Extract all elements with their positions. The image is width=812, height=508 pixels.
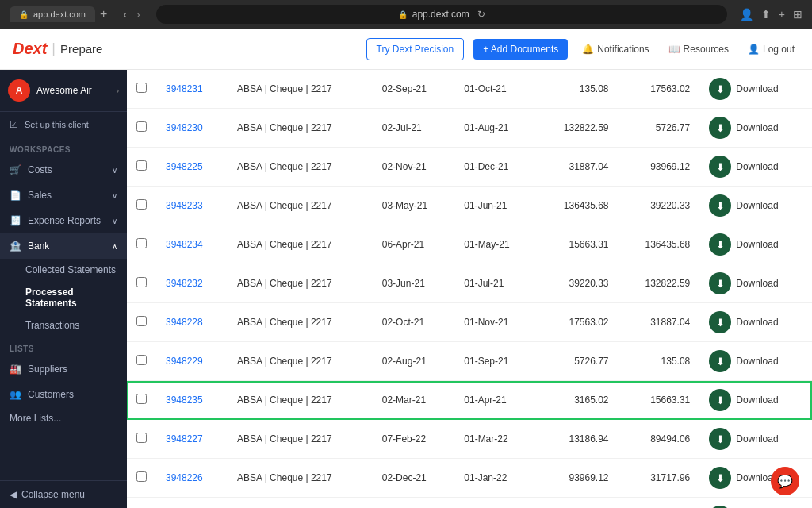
- download-button[interactable]: ⬇ Download: [709, 156, 778, 178]
- download-button[interactable]: ⬇ Download: [709, 233, 778, 256]
- row-id[interactable]: 3948231: [156, 70, 228, 109]
- row-checkbox[interactable]: [136, 355, 147, 365]
- row-checkbox-cell[interactable]: [127, 303, 156, 342]
- sidebar-item-collected-statements[interactable]: Collected Statements: [0, 259, 127, 281]
- sidebar-item-costs[interactable]: 🛒 Costs ∨: [0, 157, 127, 183]
- browser-navigation: ‹ ›: [120, 6, 143, 22]
- sidebar-item-setup[interactable]: ☑ Set up this client: [0, 112, 127, 137]
- logo-divider: |: [52, 40, 56, 57]
- download-button[interactable]: ⬇ Download: [709, 272, 778, 294]
- row-id[interactable]: 3948229: [156, 342, 228, 381]
- back-button[interactable]: ‹: [120, 6, 130, 22]
- sidebar-item-expense-reports[interactable]: 🧾 Expense Reports ∨: [0, 208, 127, 233]
- sidebar-spacer: [0, 429, 127, 480]
- address-bar[interactable]: 🔒 app.dext.com ↻: [156, 5, 727, 24]
- row-checkbox[interactable]: [136, 277, 147, 287]
- download-button[interactable]: ⬇ Download: [709, 78, 778, 100]
- client-selector[interactable]: A Awesome Air ›: [0, 70, 127, 112]
- row-date-from: 02-Sep-21: [373, 70, 455, 109]
- row-checkbox[interactable]: [136, 394, 147, 404]
- new-tab-plus-icon[interactable]: +: [779, 8, 785, 21]
- tab-favicon: 🔒: [19, 10, 29, 19]
- forward-button[interactable]: ›: [133, 6, 144, 22]
- row-id[interactable]: 3948226: [156, 459, 228, 498]
- row-bank: ABSA | Cheque | 2217: [228, 187, 373, 225]
- row-checkbox[interactable]: [136, 433, 147, 443]
- row-checkbox-cell[interactable]: [127, 498, 156, 509]
- collapse-label: Collapse menu: [21, 489, 85, 500]
- row-bank: ABSA | Cheque | 2217: [228, 264, 373, 303]
- row-bank: ABSA | Cheque | 2217: [228, 303, 373, 342]
- row-bank: ABSA | Cheque | 2217: [228, 498, 373, 509]
- grid-icon[interactable]: ⊞: [793, 8, 802, 21]
- row-checkbox[interactable]: [136, 160, 147, 171]
- row-download-cell: ⬇ Download: [699, 498, 812, 509]
- expense-label: Expense Reports: [28, 215, 101, 226]
- row-date-from: 06-Apr-21: [373, 225, 455, 264]
- download-button[interactable]: ⬇ Download: [709, 467, 778, 489]
- row-id[interactable]: 3948232: [156, 264, 228, 303]
- row-checkbox-cell[interactable]: [127, 109, 156, 148]
- row-checkbox-cell[interactable]: [127, 187, 156, 225]
- row-checkbox-cell[interactable]: [127, 148, 156, 187]
- row-checkbox-cell[interactable]: [127, 70, 156, 109]
- download-button[interactable]: ⬇ Download: [709, 428, 778, 450]
- row-checkbox-cell[interactable]: [127, 342, 156, 381]
- share-icon[interactable]: ⬆: [761, 8, 771, 21]
- collapse-menu-button[interactable]: ◀ Collapse menu: [0, 480, 127, 508]
- main-layout: A Awesome Air › ☑ Set up this client WOR…: [0, 70, 812, 508]
- costs-icon: 🛒: [10, 164, 21, 175]
- new-tab-button[interactable]: +: [100, 7, 107, 21]
- row-checkbox-cell[interactable]: [127, 420, 156, 459]
- row-checkbox[interactable]: [136, 316, 147, 326]
- add-documents-button[interactable]: + Add Documents: [473, 39, 568, 60]
- row-bank: ABSA | Cheque | 2217: [228, 381, 373, 420]
- row-id[interactable]: 3948230: [156, 109, 228, 148]
- sidebar-item-bank[interactable]: 🏦 Bank ∧: [0, 233, 127, 259]
- sidebar-item-sales[interactable]: 📄 Sales ∨: [0, 183, 127, 208]
- download-button[interactable]: ⬇ Download: [709, 389, 778, 411]
- row-date-to: 01-Feb-22: [454, 498, 537, 509]
- row-id[interactable]: 3948227: [156, 420, 228, 459]
- account-icon[interactable]: 👤: [740, 8, 753, 21]
- row-opening-balance: 13186.94: [537, 420, 619, 459]
- row-checkbox-cell[interactable]: [127, 225, 156, 264]
- reload-icon[interactable]: ↻: [477, 9, 485, 20]
- chat-button[interactable]: 💬: [771, 467, 799, 495]
- row-checkbox[interactable]: [136, 471, 147, 482]
- download-circle-icon: ⬇: [709, 194, 731, 217]
- sidebar-item-processed-statements[interactable]: Processed Statements: [0, 281, 127, 314]
- row-id[interactable]: 3948224: [156, 498, 228, 509]
- browser-tab[interactable]: 🔒 app.dext.com: [10, 6, 95, 22]
- tab-title: app.dext.com: [33, 10, 86, 19]
- sidebar-item-transactions[interactable]: Transactions: [0, 314, 127, 337]
- sidebar-item-customers[interactable]: 👥 Customers: [0, 382, 127, 407]
- row-checkbox[interactable]: [136, 199, 147, 210]
- row-id[interactable]: 3948235: [156, 381, 228, 420]
- row-checkbox[interactable]: [136, 238, 147, 248]
- row-checkbox[interactable]: [136, 121, 147, 132]
- row-id[interactable]: 3948234: [156, 225, 228, 264]
- row-download-cell: ⬇ Download: [699, 264, 812, 303]
- row-date-to: 01-Jul-21: [454, 264, 537, 303]
- resources-button[interactable]: 📖 Resources: [664, 40, 733, 58]
- more-lists-button[interactable]: More Lists...: [0, 407, 127, 429]
- notifications-button[interactable]: 🔔 Notifications: [577, 40, 653, 58]
- download-button[interactable]: ⬇ Download: [709, 117, 778, 139]
- row-checkbox-cell[interactable]: [127, 459, 156, 498]
- download-circle-icon: ⬇: [709, 428, 731, 450]
- download-button[interactable]: ⬇ Download: [709, 350, 778, 372]
- row-id[interactable]: 3948225: [156, 148, 228, 187]
- customers-label: Customers: [28, 389, 74, 400]
- expense-icon: 🧾: [10, 215, 21, 226]
- download-button[interactable]: ⬇ Download: [709, 311, 778, 333]
- row-checkbox-cell[interactable]: [127, 381, 156, 420]
- download-button[interactable]: ⬇ Download: [709, 194, 778, 217]
- logout-button[interactable]: 👤 Log out: [743, 40, 799, 58]
- row-checkbox[interactable]: [136, 83, 147, 93]
- precision-button[interactable]: Try Dext Precision: [366, 38, 465, 60]
- row-checkbox-cell[interactable]: [127, 264, 156, 303]
- sidebar-item-suppliers[interactable]: 🏭 Suppliers: [0, 356, 127, 382]
- row-id[interactable]: 3948233: [156, 187, 228, 225]
- row-id[interactable]: 3948228: [156, 303, 228, 342]
